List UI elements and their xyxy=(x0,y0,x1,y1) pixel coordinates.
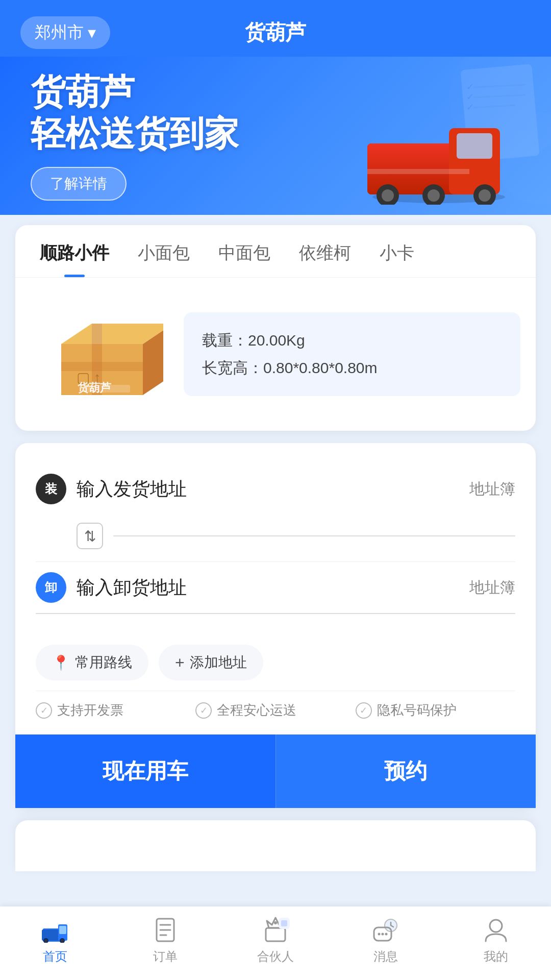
from-address-book[interactable]: 地址簿 xyxy=(469,479,515,500)
feature-invoice-label: 支持开发票 xyxy=(57,701,123,719)
location-icon: 📍 xyxy=(52,654,70,671)
feature-privacy-label: 隐私号码保护 xyxy=(377,701,457,719)
service-card: 顺路小件 小面包 中面包 依维柯 小卡 xyxy=(15,225,536,431)
tab-xiaomianbao[interactable]: 小面包 xyxy=(123,225,204,277)
to-address-row: 卸 输入卸货地址 地址簿 xyxy=(36,562,515,613)
tab-zhongmianbao[interactable]: 中面包 xyxy=(204,225,285,277)
banner: ✓ ✓ ✓ 货葫芦 轻松送货到家 了解详情 xyxy=(0,57,551,215)
city-selector[interactable]: 郑州市 ▾ xyxy=(20,16,110,49)
svg-text:货葫芦: 货葫芦 xyxy=(78,381,112,394)
add-address-button[interactable]: + 添加地址 xyxy=(159,645,263,680)
nav-orders[interactable]: 订单 xyxy=(110,917,220,965)
zhuang-icon: 装 xyxy=(36,474,66,504)
to-address-book[interactable]: 地址簿 xyxy=(469,577,515,598)
to-address-label[interactable]: 输入卸货地址 xyxy=(77,575,469,600)
use-now-button[interactable]: 现在用车 xyxy=(15,734,276,808)
app-title: 货葫芦 xyxy=(245,18,306,46)
messages-icon xyxy=(370,917,401,944)
frequent-routes-label: 常用路线 xyxy=(75,653,132,672)
svg-point-20 xyxy=(479,189,491,202)
svg-rect-47 xyxy=(281,920,287,926)
safe-check-icon: ✓ xyxy=(195,702,212,719)
frequent-routes-button[interactable]: 📍 常用路线 xyxy=(36,645,148,680)
nav-messages-label: 消息 xyxy=(373,948,398,965)
banner-detail-button[interactable]: 了解详情 xyxy=(31,167,127,201)
nav-profile[interactable]: 我的 xyxy=(441,917,551,965)
feature-safe-label: 全程安心运送 xyxy=(217,701,296,719)
svg-point-39 xyxy=(61,939,64,942)
svg-point-53 xyxy=(382,933,384,936)
svg-point-46 xyxy=(274,921,277,924)
banner-text: 货葫芦 轻松送货到家 了解详情 xyxy=(31,71,239,200)
nav-profile-label: 我的 xyxy=(484,948,508,965)
feature-invoice: ✓ 支持开发票 xyxy=(36,701,195,719)
main-content: 顺路小件 小面包 中面包 依维柯 小卡 xyxy=(0,215,551,881)
svg-rect-27 xyxy=(61,362,143,371)
nav-partner[interactable]: 合伙人 xyxy=(220,917,331,965)
profile-icon xyxy=(481,917,511,944)
svg-rect-25 xyxy=(92,324,102,344)
invoice-check-icon: ✓ xyxy=(36,702,52,719)
banner-line2: 轻松送货到家 xyxy=(31,114,239,153)
orders-icon xyxy=(150,917,181,944)
city-name: 郑州市 xyxy=(35,21,84,44)
nav-partner-label: 合伙人 xyxy=(257,948,294,965)
vehicle-info: ▢ ↑ 货葫芦 载重：20.00Kg 长宽高：0.80*0.80*0.80m xyxy=(15,278,536,431)
swap-icon[interactable]: ⇅ xyxy=(77,523,103,549)
nav-home[interactable]: 首页 xyxy=(0,917,110,965)
tab-yiweike[interactable]: 依维柯 xyxy=(285,225,365,277)
feature-privacy: ✓ 隐私号码保护 xyxy=(356,701,515,719)
vehicle-specs: 载重：20.00Kg 长宽高：0.80*0.80*0.80m xyxy=(184,312,520,396)
to-input-line xyxy=(36,613,515,614)
svg-text:✓: ✓ xyxy=(466,102,474,112)
features-row: ✓ 支持开发票 ✓ 全程安心运送 ✓ 隐私号码保护 xyxy=(36,691,515,734)
plus-icon: + xyxy=(175,653,185,672)
svg-point-37 xyxy=(44,939,47,942)
svg-point-55 xyxy=(490,920,502,932)
vehicle-tabs: 顺路小件 小面包 中面包 依维柯 小卡 xyxy=(15,225,536,278)
truck-illustration xyxy=(357,113,520,205)
banner-line1: 货葫芦 xyxy=(31,72,135,111)
svg-rect-21 xyxy=(367,169,469,174)
privacy-check-icon: ✓ xyxy=(356,702,372,719)
nav-messages[interactable]: 消息 xyxy=(331,917,441,965)
svg-point-52 xyxy=(378,933,381,936)
bottom-nav: 首页 订单 xyxy=(0,906,551,980)
nav-orders-label: 订单 xyxy=(153,948,178,965)
from-address-row: 装 输入发货地址 地址簿 xyxy=(36,463,515,514)
quick-actions: 📍 常用路线 + 添加地址 xyxy=(36,629,515,691)
svg-point-54 xyxy=(385,933,388,936)
header: 郑州市 ▾ 货葫芦 xyxy=(0,0,551,57)
action-buttons: 现在用车 预约 xyxy=(15,734,536,808)
spec-dimension: 长宽高：0.80*0.80*0.80m xyxy=(202,354,502,382)
svg-text:✓: ✓ xyxy=(466,82,474,92)
from-input-row: ⇅ xyxy=(36,514,515,562)
svg-point-18 xyxy=(428,189,440,202)
svg-rect-35 xyxy=(59,926,66,934)
address-card: 装 输入发货地址 地址簿 ⇅ 卸 输入卸货地址 地址簿 📍 常用路线 xyxy=(15,443,536,808)
tab-xiaoka[interactable]: 小卡 xyxy=(365,225,429,277)
bottom-partial-card xyxy=(15,820,536,871)
svg-rect-14 xyxy=(457,133,492,159)
from-address-label[interactable]: 输入发货地址 xyxy=(77,477,469,502)
feature-safe: ✓ 全程安心运送 xyxy=(195,701,355,719)
tab-shunlu[interactable]: 顺路小件 xyxy=(26,225,123,277)
xie-icon: 卸 xyxy=(36,572,66,603)
add-address-label: 添加地址 xyxy=(190,653,247,672)
svg-point-16 xyxy=(382,189,394,202)
city-chevron-icon: ▾ xyxy=(88,23,96,42)
from-input-line xyxy=(113,535,515,536)
svg-rect-44 xyxy=(266,928,285,941)
reserve-button[interactable]: 预约 xyxy=(276,734,536,808)
spec-weight: 载重：20.00Kg xyxy=(202,327,502,354)
home-icon xyxy=(40,917,70,944)
nav-home-label: 首页 xyxy=(43,948,67,965)
svg-text:✓: ✓ xyxy=(466,92,474,102)
vehicle-image: ▢ ↑ 货葫芦 xyxy=(31,298,173,410)
